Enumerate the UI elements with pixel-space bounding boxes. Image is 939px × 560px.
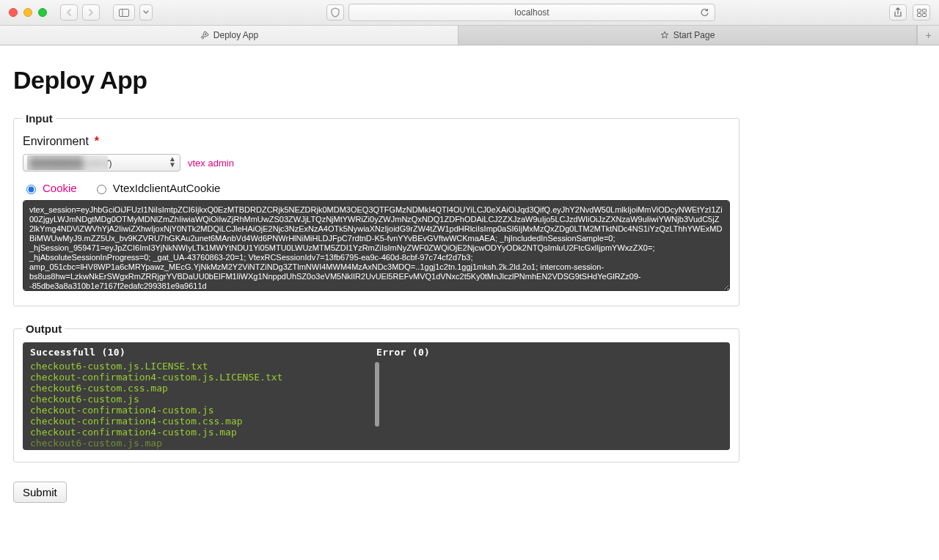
environment-select[interactable]: ████████ (DEV): [23, 154, 180, 172]
success-file: checkout-confirmation4-custom.js.LICENSE…: [30, 372, 369, 383]
svg-rect-2: [917, 9, 921, 12]
required-mark: *: [95, 135, 99, 148]
environment-label-row: Environment *: [23, 135, 730, 148]
error-file-list: [376, 361, 730, 450]
tab-overview-button[interactable]: [913, 4, 930, 21]
success-file: checkout-confirmation4-custom.js: [30, 405, 369, 416]
nav-buttons: [60, 4, 100, 21]
output-header: Successfull (10) Error (0): [23, 342, 730, 361]
maximize-window-button[interactable]: [38, 8, 47, 17]
success-file: checkout6-custom.css.map: [30, 383, 369, 394]
success-file: checkout6-custom.js.map: [30, 438, 369, 449]
success-file: checkout-confirmation4-custom.css.map: [30, 416, 369, 427]
chevron-left-icon: [66, 9, 72, 16]
page-title: Deploy App: [13, 66, 926, 95]
radio-cookie-input[interactable]: [26, 185, 36, 194]
address-bar[interactable]: localhost: [348, 4, 715, 21]
chevron-right-icon: [88, 9, 94, 16]
input-fieldset: Input Environment * ████████ (DEV) ▲▼ vt…: [13, 112, 739, 306]
output-fieldset: Output Successfull (10) Error (0) checko…: [13, 323, 739, 463]
share-button[interactable]: [889, 4, 907, 21]
output-console: Successfull (10) Error (0) checkout6-cus…: [23, 342, 730, 450]
success-file: checkout6-custom.js: [30, 394, 369, 405]
shield-icon: [331, 7, 340, 18]
submit-button[interactable]: Submit: [13, 482, 67, 503]
radio-vtexid[interactable]: VtexIdclientAutCookie: [93, 182, 221, 194]
address-url: localhost: [514, 7, 549, 18]
tab-deploy-app[interactable]: Deploy App: [0, 26, 458, 45]
input-legend: Input: [23, 112, 56, 125]
svg-rect-5: [922, 13, 926, 16]
star-icon: [660, 31, 669, 40]
window-titlebar: localhost: [0, 0, 939, 26]
plus-icon: +: [925, 29, 931, 41]
radio-vtexid-label: VtexIdclientAutCookie: [113, 182, 221, 194]
svg-rect-3: [922, 9, 926, 12]
back-button[interactable]: [60, 4, 78, 21]
auth-radio-group: Cookie VtexIdclientAutCookie: [23, 182, 730, 194]
tab-start-page[interactable]: Start Page: [458, 26, 917, 45]
tab-label: Deploy App: [213, 30, 258, 40]
tab-bar: Deploy App Start Page +: [0, 26, 939, 45]
success-file-list: checkout6-custom.js.LICENSE.txtcheckout-…: [23, 361, 376, 450]
sidebar-toggle-button[interactable]: [113, 4, 135, 21]
vtex-admin-link[interactable]: vtex admin: [188, 158, 234, 169]
scrollbar-thumb[interactable]: [375, 362, 379, 427]
sidebar-menu-button[interactable]: [139, 4, 153, 21]
svg-point-6: [205, 33, 206, 34]
grid-icon: [917, 9, 927, 17]
error-header: Error (0): [376, 347, 723, 358]
radio-cookie-label: Cookie: [43, 182, 77, 194]
reload-icon: [701, 9, 709, 17]
rocket-icon: [200, 31, 209, 40]
sidebar-icon: [119, 9, 129, 17]
radio-cookie[interactable]: Cookie: [23, 182, 77, 194]
cookie-textarea[interactable]: vtex_session=eyJhbGciOiJFUzI1NiIsImtpZCI…: [23, 200, 730, 291]
radio-vtexid-input[interactable]: [97, 185, 106, 194]
privacy-report-button[interactable]: [326, 4, 344, 21]
reload-button[interactable]: [701, 9, 709, 17]
svg-rect-0: [120, 9, 129, 16]
forward-button[interactable]: [82, 4, 100, 21]
success-file: checkout6-custom.js.LICENSE.txt: [30, 361, 369, 372]
svg-rect-4: [917, 13, 921, 16]
chevron-down-icon: [143, 10, 149, 15]
share-icon: [894, 7, 902, 18]
output-legend: Output: [23, 323, 65, 335]
environment-label: Environment: [23, 135, 89, 148]
traffic-lights: [9, 8, 47, 17]
page-content: Deploy App Input Environment * ████████ …: [0, 45, 939, 525]
success-header: Successfull (10): [30, 347, 376, 358]
minimize-window-button[interactable]: [23, 8, 32, 17]
tab-label: Start Page: [673, 30, 715, 40]
close-window-button[interactable]: [9, 8, 18, 17]
new-tab-button[interactable]: +: [917, 26, 939, 45]
success-file: checkout-confirmation4-custom.js.map: [30, 427, 369, 438]
